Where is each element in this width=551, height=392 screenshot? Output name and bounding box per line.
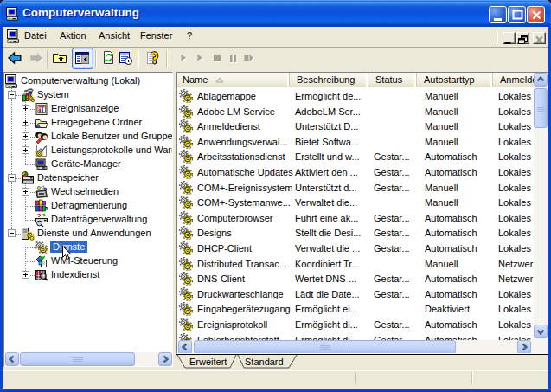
svg-text:Standard: Standard (245, 357, 284, 367)
svg-text:Erweitert: Erweitert (189, 357, 227, 367)
